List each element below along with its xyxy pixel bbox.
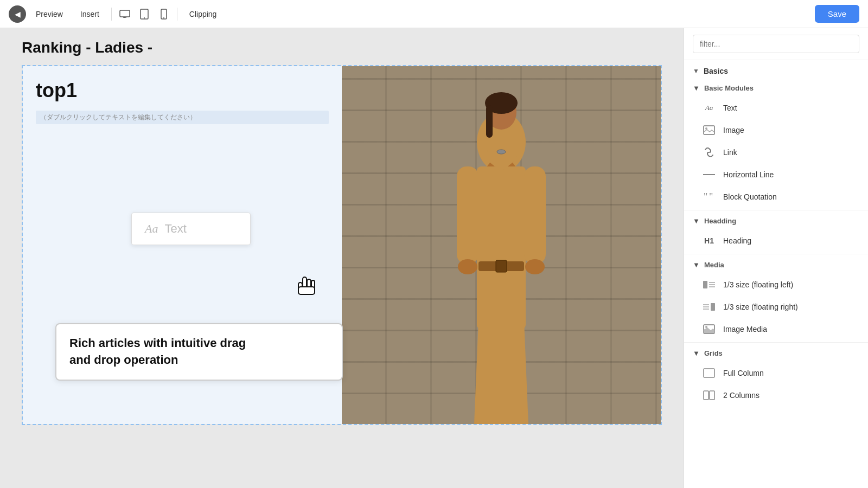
horizontal-line-label: Horizontal Line <box>723 170 774 179</box>
svg-rect-22 <box>524 166 546 264</box>
sidebar-item-image[interactable]: Image <box>688 119 864 141</box>
mobile-icon <box>161 9 167 20</box>
media-label: Media <box>704 261 724 269</box>
sidebar-filter <box>684 28 868 60</box>
divider-3 <box>684 342 868 343</box>
svg-point-16 <box>497 150 506 154</box>
hrule-icon-container <box>701 169 717 180</box>
svg-rect-19 <box>496 260 507 272</box>
svg-point-38 <box>705 326 707 328</box>
sidebar-item-float-right[interactable]: 1/3 size (floating right) <box>688 296 864 318</box>
article-block[interactable]: top1 （ダブルクリックしてテキストを編集してください） Aa Text <box>22 65 662 425</box>
toolbar-divider-2 <box>177 8 177 21</box>
desktop-icon <box>119 10 130 18</box>
svg-rect-8 <box>307 279 311 289</box>
sidebar-item-float-left[interactable]: 1/3 size (floating left) <box>688 274 864 296</box>
sidebar-item-text[interactable]: Aa Text <box>688 97 864 119</box>
2-columns-label: 2 Columns <box>723 391 760 400</box>
headding-header[interactable]: ▼ Headding <box>684 213 868 229</box>
tablet-view-button[interactable] <box>136 5 153 23</box>
back-button[interactable]: ◀ <box>9 5 26 23</box>
float-right-icon-container <box>701 301 717 312</box>
svg-rect-20 <box>457 166 478 264</box>
sidebar-item-horizontal-line[interactable]: Horizontal Line <box>688 164 864 185</box>
sidebar-item-block-quotation[interactable]: " " Block Quotation <box>688 186 864 208</box>
quote-icon: " " <box>703 192 715 202</box>
media-header[interactable]: ▼ Media <box>684 256 868 273</box>
h1-icon-container: H1 <box>701 235 717 246</box>
link-icon <box>703 147 715 157</box>
text-label: Text <box>723 104 737 112</box>
edit-hint: （ダブルクリックしてテキストを編集してください） <box>36 111 329 124</box>
preview-button[interactable]: Preview <box>28 7 71 22</box>
toolbar: ◀ Preview Insert Clipping Save <box>0 0 868 28</box>
drag-ghost-text: Text <box>164 222 186 236</box>
headding-label: Headding <box>704 217 736 225</box>
svg-text:": " <box>704 192 707 202</box>
cursor-icon <box>294 275 318 304</box>
svg-text:": " <box>709 192 713 202</box>
tooltip-text: Rich articles with intuitive dragand dro… <box>69 335 329 369</box>
svg-rect-33 <box>711 303 715 311</box>
text-icon: Aa <box>705 104 713 112</box>
top1-label: top1 <box>36 79 329 102</box>
heading-label: Heading <box>723 236 751 245</box>
full-col-icon-container <box>701 368 717 378</box>
image-media-icon <box>703 324 715 334</box>
background-image <box>342 66 661 424</box>
quote-icon-container: " " <box>701 191 717 202</box>
hrule-icon <box>703 174 715 175</box>
basics-label: Basics <box>704 67 728 75</box>
desktop-view-button[interactable] <box>116 5 133 23</box>
sidebar-section-basics: ▼ Basics ▼ Basic Modules Aa Text <box>684 60 868 406</box>
basic-modules-chevron: ▼ <box>693 84 700 92</box>
svg-rect-7 <box>303 277 307 288</box>
full-col-icon <box>703 368 715 378</box>
h1-icon: H1 <box>704 236 714 245</box>
link-label: Link <box>723 148 737 157</box>
float-right-icon <box>703 302 716 312</box>
sidebar-item-image-media[interactable]: Image Media <box>688 318 864 340</box>
text-icon-container: Aa <box>701 102 717 113</box>
right-panel <box>342 66 661 424</box>
tooltip-box: Rich articles with intuitive dragand dro… <box>55 323 343 381</box>
svg-rect-9 <box>311 280 315 289</box>
svg-rect-10 <box>298 282 302 290</box>
basics-header[interactable]: ▼ Basics <box>684 60 868 80</box>
svg-rect-11 <box>298 287 315 294</box>
image-media-label: Image Media <box>723 325 767 333</box>
headding-chevron: ▼ <box>693 217 700 225</box>
svg-rect-41 <box>710 391 714 400</box>
svg-rect-0 <box>120 10 130 17</box>
sidebar-item-2-columns[interactable]: 2 Columns <box>688 384 864 406</box>
canvas-area[interactable]: Ranking - Ladies - top1 （ダブルクリックしてテキストを編… <box>0 28 684 488</box>
sidebar: ▼ Basics ▼ Basic Modules Aa Text <box>684 28 868 488</box>
sidebar-item-full-column[interactable]: Full Column <box>688 362 864 384</box>
insert-button[interactable]: Insert <box>73 7 107 22</box>
block-quotation-label: Block Quotation <box>723 192 777 201</box>
link-icon-container <box>701 147 717 158</box>
svg-point-21 <box>458 259 477 274</box>
main-layout: Ranking - Ladies - top1 （ダブルクリックしてテキストを編… <box>0 28 868 488</box>
float-left-label: 1/3 size (floating left) <box>723 280 793 289</box>
drag-ghost-card: Aa Text <box>131 213 251 245</box>
image-label: Image <box>723 126 744 134</box>
svg-rect-17 <box>477 166 526 329</box>
float-left-icon-container <box>701 279 717 290</box>
sidebar-item-link[interactable]: Link <box>688 142 864 163</box>
back-icon: ◀ <box>15 10 21 18</box>
grids-label: Grids <box>704 349 723 357</box>
float-left-icon <box>703 280 716 290</box>
svg-rect-39 <box>704 369 714 377</box>
image-media-icon-container <box>701 324 717 335</box>
image-icon-container <box>701 125 717 136</box>
svg-rect-40 <box>704 391 709 400</box>
svg-point-6 <box>163 17 164 18</box>
filter-input[interactable] <box>693 35 859 53</box>
sidebar-item-heading[interactable]: H1 Heading <box>688 230 864 252</box>
mobile-view-button[interactable] <box>155 5 173 23</box>
grids-header[interactable]: ▼ Grids <box>684 345 868 362</box>
clipping-button[interactable]: Clipping <box>182 7 225 22</box>
save-button[interactable]: Save <box>815 5 859 23</box>
basic-modules-header[interactable]: ▼ Basic Modules <box>684 80 868 97</box>
